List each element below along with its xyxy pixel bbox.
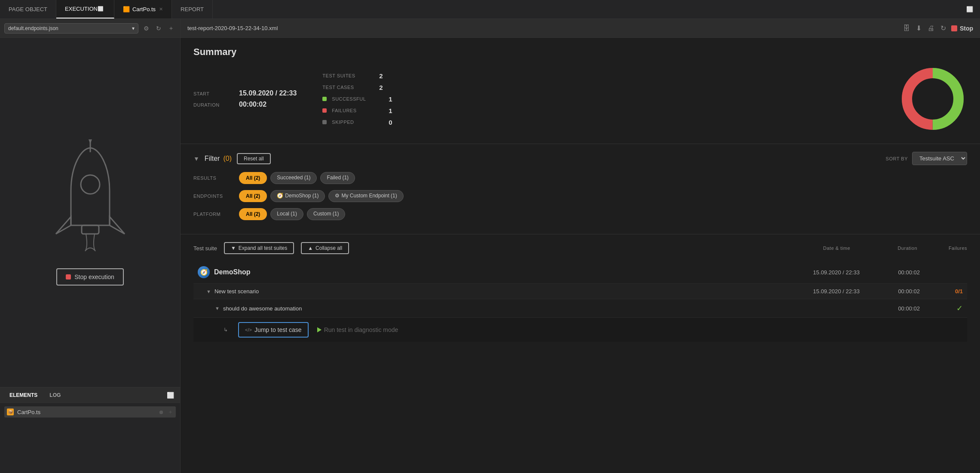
platform-chip-local[interactable]: Local (1): [270, 208, 303, 220]
platform-chip-all[interactable]: All (2): [239, 208, 267, 220]
resize-icon[interactable]: ⬜: [165, 390, 176, 400]
add-element-icon[interactable]: ＋: [168, 408, 173, 416]
top-tab-bar: PAGE OBJECT EXECUTION ⬜ 🟧 CartPo.ts ✕ RE…: [0, 0, 980, 19]
elements-log-panel: ELEMENTS LOG ⬜ 📦 CartPo.ts ⏺ ＋: [0, 387, 180, 473]
elements-log-tabs: ELEMENTS LOG ⬜: [0, 387, 180, 403]
sort-label: SORT BY: [886, 156, 908, 161]
test-case-status: ✓: [920, 304, 963, 313]
collapse-all-button[interactable]: ▲ Collapse all: [301, 242, 349, 254]
results-chip-all[interactable]: All (2): [239, 172, 267, 184]
donut-chart: [898, 64, 967, 133]
checkmark-icon: ✓: [956, 304, 963, 313]
record-icon[interactable]: ⏺: [159, 409, 164, 415]
failures-row: FAILURES 1: [322, 107, 392, 114]
svg-point-0: [81, 175, 100, 194]
successful-row: SUCCESSFUL 1: [322, 95, 392, 103]
skipped-label: SKIPPED: [332, 120, 383, 125]
stop-button[interactable]: Stop: [951, 25, 973, 32]
demoshop-suite-icon: 🧭: [198, 266, 210, 278]
reload-icon[interactable]: ↻: [940, 24, 946, 32]
sort-select[interactable]: Testsuite ASC: [912, 152, 967, 165]
tab-cart-po[interactable]: 🟧 CartPo.ts ✕: [114, 0, 172, 18]
endpoints-chip-demoshop[interactable]: 🧭DemoShop (1): [270, 190, 325, 202]
test-case-chevron-icon: ▼: [215, 306, 220, 311]
duration-label: DURATION: [193, 102, 232, 108]
filter-title: Filter (0): [205, 155, 232, 163]
gear-button[interactable]: ⚙: [142, 23, 151, 34]
start-label: START: [193, 91, 232, 96]
download-icon[interactable]: ⬇: [916, 24, 922, 32]
elements-content: 📦 CartPo.ts ⏺ ＋: [0, 403, 180, 473]
report-filename: test-report-2020-09-15-22-34-10.xml: [187, 25, 898, 31]
scenario-chevron-icon: ▼: [206, 289, 211, 294]
start-value: 15.09.2020 / 22:33: [239, 89, 297, 97]
failures-value: 1: [389, 107, 392, 114]
scenario-name-new-test: ▼ New test scenario: [206, 288, 765, 295]
report-content: Summary START 15.09.2020 / 22:33 DURATIO…: [181, 38, 980, 473]
duration-value: 00:00:02: [239, 101, 266, 108]
duration-col-header: Duration: [857, 246, 917, 251]
summary-section: Summary START 15.09.2020 / 22:33 DURATIO…: [181, 38, 980, 144]
database-icon[interactable]: 🗄: [903, 25, 910, 32]
scenario-row-new-test[interactable]: ▼ New test scenario 15.09.2020 / 22:33 0…: [193, 284, 967, 299]
chevron-down-icon: ▾: [132, 25, 135, 31]
run-diagnostic-button[interactable]: Run test in diagnostic mode: [317, 326, 398, 333]
reset-all-button[interactable]: Reset all: [237, 153, 271, 164]
refresh-button[interactable]: ↻: [154, 23, 163, 34]
window-restore-icon[interactable]: ⬜: [966, 6, 980, 12]
test-suites-row: TEST SUITES 2: [322, 72, 392, 80]
filter-chevron-icon: ▼: [193, 155, 199, 162]
tab-cart-po-label: CartPo.ts: [132, 6, 156, 12]
summary-grid: START 15.09.2020 / 22:33 DURATION 00:00:…: [193, 64, 967, 133]
endpoints-chip-all[interactable]: All (2): [239, 190, 267, 202]
tab-execution[interactable]: EXECUTION ⬜: [56, 0, 114, 18]
results-filter-row: RESULTS All (2) Succeeded (1) Failed (1): [193, 172, 967, 184]
test-cases-value: 2: [379, 84, 383, 91]
platform-filter-chips: All (2) Local (1) Custom (1): [239, 208, 345, 220]
results-chip-failed[interactable]: Failed (1): [320, 172, 355, 184]
add-button[interactable]: ＋: [166, 23, 176, 34]
custom-endpoint-icon: ⚙: [335, 193, 340, 199]
tab-report[interactable]: REPORT: [172, 0, 213, 18]
expand-chevron-icon: ▼: [231, 245, 236, 251]
svg-rect-1: [82, 225, 99, 234]
suite-duration-demoshop: 00:00:02: [860, 269, 920, 276]
cart-item: 📦 CartPo.ts ⏺ ＋: [4, 406, 176, 418]
results-filter-label: RESULTS: [193, 175, 232, 181]
filter-header: ▼ Filter (0) Reset all SORT BY Testsuite…: [193, 152, 967, 165]
summary-title: Summary: [193, 46, 967, 58]
endpoints-filter-chips: All (2) 🧭DemoShop (1) ⚙My Custom Endpoin…: [239, 190, 404, 202]
stop-btn-dot-icon: [951, 25, 957, 31]
demoshop-icon: 🧭: [277, 193, 283, 199]
endpoint-selector[interactable]: default.endpoints.json ▾: [4, 23, 138, 34]
restore-icon[interactable]: ⬜: [98, 6, 104, 12]
gray-dot-icon: [322, 120, 327, 124]
platform-filter-label: PLATFORM: [193, 212, 232, 217]
suite-row-demoshop[interactable]: 🧭 DemoShop 15.09.2020 / 22:33 00:00:02: [193, 261, 967, 284]
test-case-row[interactable]: ▼ should do awesome automation 00:00:02 …: [193, 299, 967, 318]
test-suites-value: 2: [379, 72, 383, 80]
failures-label: FAILURES: [332, 108, 383, 113]
endpoints-chip-custom[interactable]: ⚙My Custom Endpoint (1): [328, 190, 403, 202]
suite-name-demoshop: 🧭 DemoShop: [198, 266, 765, 278]
expand-all-button[interactable]: ▼ Expand all test suites: [224, 242, 294, 254]
green-dot-icon: [322, 97, 327, 101]
sort-by-area: SORT BY Testsuite ASC: [886, 152, 967, 165]
date-col-header: Date & time: [756, 246, 850, 251]
tab-elements[interactable]: ELEMENTS: [4, 390, 43, 400]
stop-dot-icon: [66, 274, 71, 280]
test-suites-label: TEST SUITES: [322, 73, 374, 78]
results-chip-succeeded[interactable]: Succeeded (1): [270, 172, 317, 184]
tab-log[interactable]: LOG: [44, 390, 66, 400]
platform-chip-custom[interactable]: Custom (1): [307, 208, 345, 220]
duration-row: DURATION 00:00:02: [193, 101, 297, 108]
jump-to-test-case-button[interactable]: </> Jump to test case: [238, 322, 309, 338]
el-tab-icons: ⬜: [165, 390, 176, 400]
jump-to-test-case-row: ↳ </> Jump to test case Run test in diag…: [193, 318, 967, 342]
print-icon[interactable]: 🖨: [928, 25, 934, 32]
summary-stats: TEST SUITES 2 TEST CASES 2 SUCCESSFUL 1: [322, 72, 392, 126]
tab-page-object[interactable]: PAGE OBJECT: [0, 0, 56, 18]
code-tag-icon: </>: [245, 327, 252, 332]
close-icon[interactable]: ✕: [159, 6, 163, 12]
stop-execution-button[interactable]: Stop execution: [56, 268, 124, 286]
